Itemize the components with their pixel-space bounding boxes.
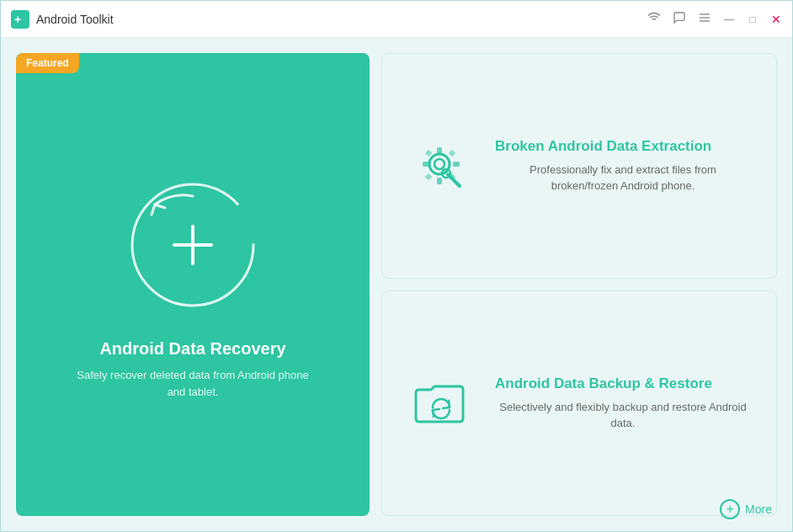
backup-restore-text: Android Data Backup & Restore Selectivel… — [495, 375, 751, 432]
gear-wrench-icon — [407, 132, 475, 200]
minimize-button[interactable]: — — [723, 13, 735, 25]
broken-extraction-text: Broken Android Data Extraction Professio… — [495, 138, 751, 194]
broken-extraction-card[interactable]: Broken Android Data Extraction Professio… — [381, 53, 777, 279]
app-title: Android Toolkit — [36, 13, 647, 26]
svg-rect-10 — [437, 178, 442, 184]
svg-rect-12 — [453, 162, 460, 167]
svg-rect-13 — [425, 150, 432, 157]
svg-rect-14 — [449, 150, 455, 157]
featured-card[interactable]: Featured Android Data Recovery Safely re… — [16, 53, 370, 516]
close-button[interactable]: ✕ — [770, 13, 782, 25]
svg-rect-15 — [425, 173, 432, 180]
titlebar: + Android Toolkit — □ ✕ — [1, 1, 792, 38]
maximize-button[interactable]: □ — [747, 13, 758, 25]
main-content: Featured Android Data Recovery Safely re… — [1, 38, 792, 531]
featured-title: Android Data Recovery — [99, 339, 285, 359]
backup-restore-title: Android Data Backup & Restore — [495, 375, 751, 392]
more-button[interactable]: + More — [720, 499, 772, 519]
recovery-icon — [121, 169, 264, 312]
svg-point-17 — [434, 159, 444, 169]
svg-rect-9 — [437, 147, 442, 154]
menu-icon[interactable] — [698, 11, 711, 27]
broken-extraction-icon-area — [407, 132, 475, 200]
app-logo: + — [11, 10, 29, 29]
featured-badge: Featured — [16, 53, 79, 73]
svg-text:+: + — [14, 13, 21, 26]
svg-point-8 — [429, 154, 450, 174]
backup-restore-desc: Selectively and flexibly backup and rest… — [495, 399, 751, 432]
broken-extraction-title: Broken Android Data Extraction — [495, 138, 751, 155]
featured-description: Safely recover deleted data from Android… — [75, 367, 311, 400]
wifi-icon[interactable] — [647, 11, 661, 27]
backup-restore-card[interactable]: Android Data Backup & Restore Selectivel… — [381, 290, 777, 516]
recovery-icon-area — [121, 169, 264, 316]
more-circle-icon: + — [720, 499, 740, 519]
right-cards: Broken Android Data Extraction Professio… — [381, 53, 777, 516]
backup-restore-icon-area — [407, 370, 475, 437]
folder-sync-icon — [407, 370, 475, 437]
more-label: More — [745, 503, 772, 516]
window-controls: — □ ✕ — [647, 11, 782, 27]
broken-extraction-desc: Professionally fix and extract files fro… — [495, 162, 751, 194]
message-icon[interactable] — [673, 11, 686, 27]
svg-rect-11 — [423, 162, 429, 167]
